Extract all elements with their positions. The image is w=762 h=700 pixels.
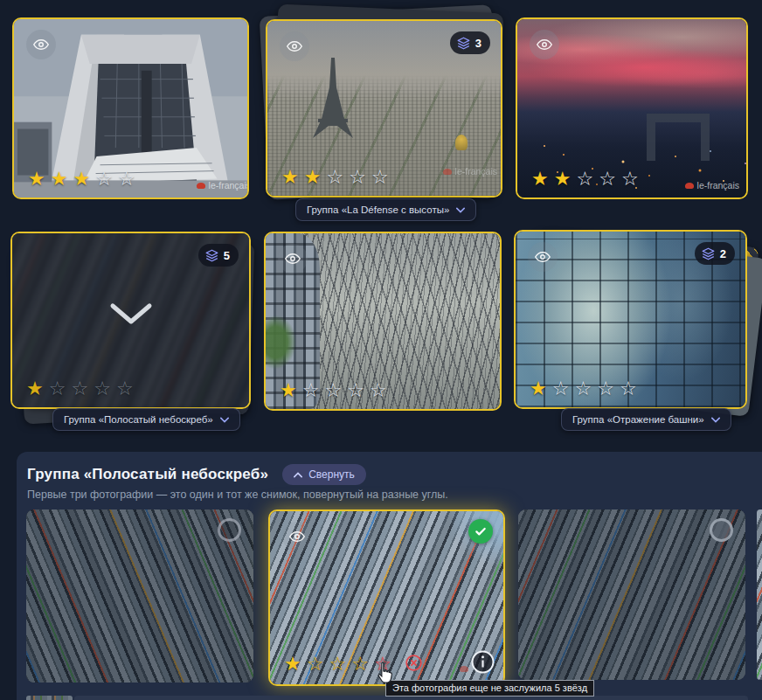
star-outline-icon[interactable]: ☆ — [95, 170, 113, 189]
rating-stars: ★★★☆☆ — [28, 170, 141, 189]
photo-card-tower-reflection[interactable]: 2 ★☆☆☆☆ — [514, 230, 747, 409]
star-outline-icon[interactable]: ☆ — [574, 379, 592, 399]
group-panel-title: Группа «Полосатый небоскреб» — [27, 466, 268, 483]
stack-count-badge[interactable]: 3 — [450, 31, 490, 54]
photo-card-grande-arche[interactable]: ★★★☆☆ le-français — [12, 17, 249, 199]
chevron-down-icon — [711, 417, 720, 423]
star-outline-icon[interactable]: ☆ — [552, 379, 570, 399]
star-outline-icon[interactable]: ☆ — [118, 170, 135, 189]
star-filled-icon[interactable]: ★ — [530, 379, 547, 399]
photo-card-tree-wall[interactable]: ★☆☆☆☆ — [264, 232, 502, 411]
eye-icon[interactable] — [530, 30, 559, 59]
eiffel-tower-silhouette — [313, 58, 353, 138]
eye-icon[interactable] — [280, 31, 309, 61]
star-outline-icon[interactable]: ☆ — [324, 381, 342, 400]
group-photo-4-sliver[interactable] — [757, 509, 762, 680]
photo-card-dusk-skyline[interactable]: ★★☆☆☆ le-français — [516, 17, 748, 199]
chevron-down-icon — [456, 207, 465, 213]
group-label-text: Группа «La Défense с высоты» — [307, 204, 449, 215]
select-radio[interactable] — [218, 518, 241, 542]
mouse-cursor — [375, 662, 395, 684]
rating-stars: ★★☆☆☆ — [531, 170, 644, 189]
group-label-striped-skyscraper[interactable]: Группа «Полосатый небоскреб» — [52, 408, 240, 431]
watermark-logo-icon — [197, 183, 205, 189]
star-filled-icon[interactable]: ★ — [531, 170, 549, 189]
expand-chevron-icon[interactable] — [108, 301, 154, 329]
stack-count-badge[interactable]: 2 — [695, 242, 735, 265]
star-outline-icon[interactable]: ☆ — [576, 170, 593, 189]
reject-icon[interactable] — [405, 654, 423, 672]
group-label-tower-reflection[interactable]: Группа «Отражение башни» — [561, 408, 731, 431]
group-label-text: Группа «Отражение башни» — [572, 414, 704, 425]
group-photo-2-selected[interactable]: ★☆☆☆☆ — [268, 509, 505, 686]
star-outline-icon[interactable]: ☆ — [329, 655, 346, 674]
rating-stars: ★☆☆☆☆ — [26, 379, 139, 399]
rating-stars: ★★☆☆☆ — [281, 168, 394, 187]
star-outline-icon[interactable]: ☆ — [597, 379, 614, 399]
star-filled-icon[interactable]: ★ — [304, 168, 322, 187]
photo-card-striped-skyscraper-group[interactable]: 5 ★☆☆☆☆ — [10, 232, 251, 409]
eye-icon[interactable] — [278, 244, 308, 274]
star-filled-icon[interactable]: ★ — [26, 379, 44, 399]
stack-count: 3 — [475, 37, 481, 50]
rating-stars: ★☆☆☆☆ — [530, 379, 642, 399]
next-row-photo-sliver — [26, 696, 73, 700]
select-radio[interactable] — [710, 518, 733, 542]
collapse-button[interactable]: Свернуть — [282, 464, 366, 485]
photo-gallery-page: ★★★☆☆ le-français 3 ★★☆☆☆ le-français Гр… — [0, 0, 762, 700]
watermark — [460, 666, 468, 672]
group-panel-subtitle: Первые три фотографии — это один и тот ж… — [27, 489, 448, 501]
city-lights — [544, 145, 545, 147]
chevron-down-icon — [220, 417, 229, 423]
eye-icon[interactable] — [282, 522, 312, 551]
watermark-logo-icon — [685, 183, 694, 189]
star-outline-icon[interactable]: ☆ — [71, 379, 88, 399]
star-filled-icon[interactable]: ★ — [73, 170, 90, 189]
star-outline-icon[interactable]: ☆ — [116, 379, 134, 399]
watermark-logo-icon — [443, 169, 452, 175]
star-filled-icon[interactable]: ★ — [284, 655, 301, 674]
star-outline-icon[interactable]: ☆ — [599, 170, 616, 189]
eye-icon[interactable] — [528, 242, 558, 272]
star-outline-icon[interactable]: ☆ — [349, 168, 366, 187]
star-outline-icon[interactable]: ☆ — [351, 655, 369, 674]
stack-count-badge[interactable]: 5 — [198, 244, 239, 267]
group-label-la-defense[interactable]: Группа «La Défense с высоты» — [295, 198, 476, 221]
group-label-text: Группа «Полосатый небоскреб» — [64, 414, 213, 425]
layers-icon — [702, 247, 715, 260]
arche-night-silhouette — [647, 114, 710, 161]
star-outline-icon[interactable]: ☆ — [326, 168, 343, 187]
photo-card-paris-panorama[interactable]: 3 ★★☆☆☆ le-français — [266, 19, 502, 198]
star-outline-icon[interactable]: ☆ — [620, 379, 637, 399]
star-outline-icon[interactable]: ☆ — [370, 381, 387, 400]
watermark: le-français — [685, 180, 739, 191]
chevron-up-icon — [294, 472, 302, 478]
rating-stars: ★☆☆☆☆ — [280, 381, 392, 400]
stack-count: 2 — [720, 247, 726, 260]
star-outline-icon[interactable]: ☆ — [307, 655, 324, 674]
layers-icon — [457, 37, 470, 50]
star-outline-icon[interactable]: ☆ — [94, 379, 111, 399]
group-photo-3[interactable] — [518, 509, 745, 680]
watermark-logo-icon — [460, 666, 468, 672]
stack-count: 5 — [224, 249, 230, 262]
star-outline-icon[interactable]: ☆ — [347, 381, 364, 400]
invalides-dome — [455, 135, 468, 150]
info-icon[interactable] — [471, 650, 495, 674]
selected-check-icon[interactable] — [468, 519, 493, 544]
rating-tooltip: Эта фотография еще не заслужила 5 звёзд — [385, 680, 594, 697]
star-filled-icon[interactable]: ★ — [280, 381, 297, 400]
watermark: le-français — [197, 180, 249, 191]
watermark: le-français — [443, 166, 497, 177]
star-filled-icon[interactable]: ★ — [554, 170, 572, 189]
eye-icon[interactable] — [26, 30, 56, 59]
layers-icon — [205, 249, 218, 262]
star-outline-icon[interactable]: ☆ — [371, 168, 389, 187]
group-photo-1[interactable] — [26, 509, 253, 683]
star-outline-icon[interactable]: ☆ — [302, 381, 320, 400]
star-filled-icon[interactable]: ★ — [28, 170, 45, 189]
star-filled-icon[interactable]: ★ — [51, 170, 68, 189]
star-filled-icon[interactable]: ★ — [281, 168, 299, 187]
star-outline-icon[interactable]: ☆ — [621, 170, 639, 189]
star-outline-icon[interactable]: ☆ — [49, 379, 66, 399]
